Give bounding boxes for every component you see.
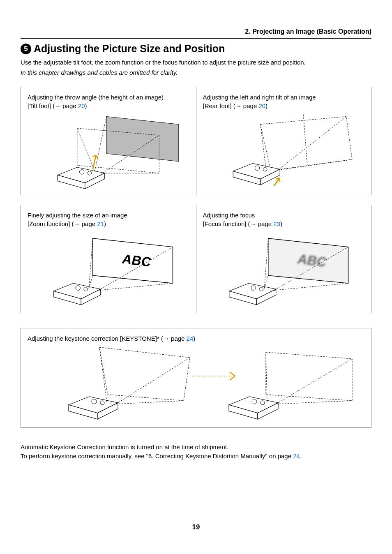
adjustment-grid-row-2: Finely adjusting the size of an image [Z… [21, 205, 371, 313]
svg-line-19 [89, 238, 93, 289]
svg-line-36 [116, 401, 184, 404]
intro-line-1: Use the adjustable tilt foot, the zoom f… [21, 58, 371, 67]
svg-line-4 [77, 128, 95, 171]
svg-point-39 [252, 399, 257, 404]
svg-marker-31 [99, 347, 190, 401]
keystone-text-after: ) [193, 335, 195, 342]
cell-keystone: Adjusting the keystone correction [KEYST… [21, 328, 371, 428]
rear-foot-diagram [203, 113, 365, 191]
svg-point-33 [100, 401, 104, 405]
section-number-icon: 5 [21, 44, 31, 54]
svg-line-14 [278, 159, 352, 170]
cell-tilt-foot: Adjusting the throw angle (the height of… [21, 87, 196, 195]
svg-marker-38 [266, 352, 352, 401]
svg-line-21 [99, 283, 173, 290]
svg-line-12 [260, 125, 270, 168]
cell-rear-foot: Adjusting the left and right tilt of an … [196, 87, 371, 195]
focus-page-link[interactable]: 23 [273, 220, 280, 227]
zoom-text: Finely adjusting the size of an image [28, 212, 127, 219]
cell-zoom: Finely adjusting the size of an image [Z… [21, 205, 196, 313]
section-title: 5 Adjusting the Picture Size and Positio… [21, 43, 371, 55]
adjustment-grid-row-1: Adjusting the throw angle (the height of… [21, 87, 371, 195]
intro-line-2: In this chapter drawings and cables are … [21, 68, 371, 77]
cell-focus: Adjusting the focus [Focus function] (→ … [196, 205, 371, 313]
zoom-page-link[interactable]: 21 [97, 220, 104, 227]
focus-sub-before: [Focus function] (→ page [203, 220, 274, 227]
svg-line-27 [264, 238, 268, 289]
svg-point-17 [76, 286, 80, 290]
svg-marker-0 [106, 117, 179, 162]
svg-line-42 [276, 359, 352, 404]
zoom-diagram: ABC [28, 231, 189, 309]
rear-foot-sub-after: ) [265, 102, 267, 109]
svg-point-3 [88, 171, 92, 175]
tilt-foot-diagram [28, 113, 189, 191]
rear-foot-page-link[interactable]: 20 [258, 102, 265, 109]
svg-point-11 [263, 167, 267, 171]
tilt-foot-page-link[interactable]: 20 [78, 102, 85, 109]
focus-sub-after: ) [280, 220, 282, 227]
svg-point-26 [259, 287, 263, 291]
after-line-2-before: To perform keystone correction manually,… [21, 452, 293, 459]
after-line-1: Automatic Keystone Correction function i… [21, 443, 371, 452]
focus-diagram: ABC [203, 231, 365, 309]
keystone-page-link[interactable]: 24 [187, 335, 194, 342]
rear-foot-sub-before: [Rear foot] (→ page [203, 102, 259, 109]
svg-point-25 [251, 286, 255, 290]
after-page-link[interactable]: 24 [293, 452, 300, 459]
rear-foot-text: Adjusting the left and right tilt of an … [203, 94, 316, 101]
zoom-sub-before: [Zoom function] (→ page [28, 220, 97, 227]
section-title-text: Adjusting the Picture Size and Position [34, 43, 225, 55]
focus-text: Adjusting the focus [203, 212, 255, 219]
chapter-header: 2. Projecting an Image (Basic Operation) [21, 28, 371, 39]
tilt-foot-text: Adjusting the throw angle (the height of… [28, 94, 164, 101]
svg-point-32 [92, 399, 97, 404]
svg-line-9 [303, 115, 307, 166]
keystone-text-before: Adjusting the keystone correction [KEYST… [28, 335, 187, 342]
svg-line-7 [95, 117, 107, 171]
svg-line-43 [276, 401, 352, 404]
svg-line-34 [99, 347, 107, 402]
svg-point-2 [79, 170, 84, 174]
keystone-diagram [28, 345, 364, 423]
tilt-foot-sub-before: [Tilt foot] (→ page [28, 102, 78, 109]
svg-point-10 [255, 166, 259, 170]
page-number: 19 [0, 523, 392, 531]
svg-line-35 [116, 358, 190, 404]
svg-point-18 [84, 287, 88, 291]
svg-line-29 [274, 283, 348, 290]
tilt-foot-sub-after: ) [85, 102, 87, 109]
svg-point-40 [261, 401, 265, 405]
after-line-2-after: . [300, 452, 302, 459]
after-text: Automatic Keystone Correction function i… [21, 443, 371, 461]
svg-marker-8 [260, 117, 352, 171]
svg-line-13 [278, 117, 346, 170]
zoom-sub-after: ) [104, 220, 106, 227]
